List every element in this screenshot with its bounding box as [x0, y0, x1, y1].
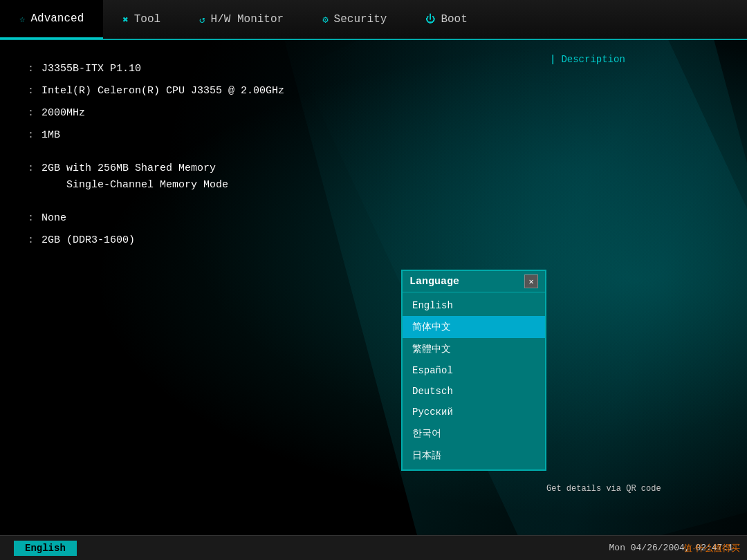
advanced-nav-icon: ☆ [19, 13, 25, 25]
status-language[interactable]: English [14, 541, 77, 556]
info-value-7: None [42, 210, 66, 227]
lang-item-3[interactable]: Español [403, 360, 545, 381]
info-row-1: :Intel(R) Celeron(R) CPU J3355 @ 2.00GHz [28, 83, 519, 100]
lang-item-0[interactable]: English [403, 295, 545, 316]
description-panel: Description Get details via QR code [540, 40, 747, 535]
dialog-title: Language [409, 276, 459, 288]
description-header: Description [550, 54, 737, 65]
language-dialog: Language ✕ English简体中文繁體中文EspañolDeutsch… [401, 270, 546, 471]
security-nav-label: Security [334, 13, 387, 26]
nav-item-security[interactable]: ⚙Security [303, 0, 406, 39]
info-row-0: :J3355B-ITX P1.10 [28, 61, 519, 77]
nav-item-hwmonitor[interactable]: ↺H/W Monitor [180, 0, 303, 39]
info-row-3: :1MB [28, 127, 519, 144]
qr-code-text: Get details via QR code [546, 484, 661, 494]
info-spacer-6 [28, 199, 519, 210]
watermark: 值·什么值得买 [683, 542, 740, 554]
info-label-7: : [28, 210, 36, 227]
info-label-1: : [28, 83, 36, 100]
advanced-nav-label: Advanced [30, 12, 84, 25]
tool-nav-label: Tool [134, 13, 160, 26]
lang-item-6[interactable]: 한국어 [403, 422, 545, 445]
nav-item-boot[interactable]: ⏻Boot [406, 0, 486, 39]
status-bar: English Mon 04/26/2004, 02:47:1 [0, 535, 747, 560]
tool-nav-icon: ✖ [122, 14, 128, 26]
info-label-3: : [28, 127, 36, 144]
boot-nav-label: Boot [441, 13, 467, 26]
info-row-5: :2GB with 256MB Shared Memory Single-Cha… [28, 160, 519, 194]
info-value-8: 2GB (DDR3-1600) [42, 232, 135, 249]
dialog-close-button[interactable]: ✕ [524, 274, 538, 288]
lang-item-2[interactable]: 繁體中文 [403, 338, 545, 360]
lang-item-1[interactable]: 简体中文 [403, 316, 545, 338]
dialog-title-bar: Language ✕ [403, 271, 545, 292]
info-value-2: 2000MHz [42, 105, 85, 122]
info-label-0: : [28, 61, 36, 77]
info-row-2: :2000MHz [28, 105, 519, 122]
info-value-5: 2GB with 256MB Shared Memory Single-Chan… [42, 160, 228, 194]
hwmonitor-nav-label: H/W Monitor [211, 13, 284, 26]
security-nav-icon: ⚙ [322, 14, 328, 26]
nav-item-tool[interactable]: ✖Tool [103, 0, 180, 39]
info-label-2: : [28, 105, 36, 122]
info-value-0: J3355B-ITX P1.10 [42, 61, 141, 77]
boot-nav-icon: ⏻ [425, 14, 435, 25]
info-value-1: Intel(R) Celeron(R) CPU J3355 @ 2.00GHz [42, 83, 284, 100]
info-row-8: :2GB (DDR3-1600) [28, 232, 519, 249]
info-spacer-4 [28, 149, 519, 160]
lang-item-7[interactable]: 日本語 [403, 445, 545, 467]
language-list: English简体中文繁體中文EspañolDeutschРусский한국어日… [403, 292, 545, 469]
description-label: Description [561, 54, 625, 65]
hwmonitor-nav-icon: ↺ [199, 14, 205, 26]
info-row-7: :None [28, 210, 519, 227]
info-label-8: : [28, 232, 36, 249]
nav-item-advanced[interactable]: ☆Advanced [0, 0, 103, 39]
nav-bar: ☆Advanced✖Tool↺H/W Monitor⚙Security⏻Boot [0, 0, 747, 40]
main-content: :J3355B-ITX P1.10:Intel(R) Celeron(R) CP… [0, 40, 747, 535]
lang-item-5[interactable]: Русский [403, 402, 545, 422]
lang-item-4[interactable]: Deutsch [403, 381, 545, 402]
info-value-3: 1MB [42, 127, 60, 144]
info-label-5: : [28, 160, 36, 194]
